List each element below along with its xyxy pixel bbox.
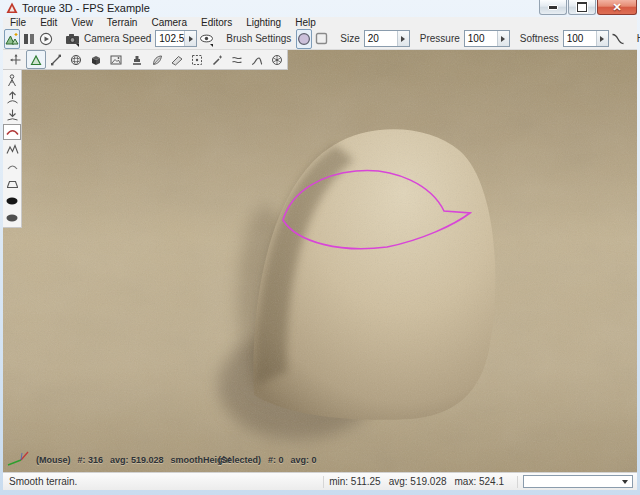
gray-ellipse-icon (5, 213, 19, 223)
play-button[interactable] (38, 29, 54, 49)
menu-camera[interactable]: Camera (144, 17, 194, 28)
camera-speed-value[interactable]: 102.5 (156, 31, 184, 46)
brush-circle-button[interactable] (296, 29, 312, 49)
ramp-icon (171, 54, 183, 66)
stamp-tool-button[interactable] (126, 50, 146, 69)
titlebar[interactable]: Torque 3D - FPS Example ✕ (0, 0, 640, 17)
menu-lighting[interactable]: Lighting (239, 17, 288, 28)
terrain-editor-button[interactable] (26, 50, 46, 69)
globe-icon (70, 54, 82, 66)
selected-count: #: 0 (268, 455, 284, 465)
stat-min: min: 511.25 (329, 476, 381, 487)
dropdown-corner-icon (210, 44, 213, 47)
menu-editors[interactable]: Editors (194, 17, 239, 28)
world-editor-button[interactable] (4, 29, 20, 49)
falloff-curve-button[interactable] (610, 29, 626, 49)
river-editor-button[interactable] (227, 50, 247, 69)
spinner-arrow-icon (401, 36, 405, 42)
play-icon (39, 32, 53, 46)
image-icon (110, 54, 122, 66)
terrain-painter-button[interactable] (46, 50, 66, 69)
size-input[interactable]: 20 (364, 30, 410, 47)
mission-area-editor-button[interactable] (187, 50, 207, 69)
lower-height-button[interactable] (3, 106, 21, 122)
raise-arrow-icon (6, 91, 19, 104)
panels-toggle-button[interactable] (22, 29, 36, 49)
forest-editor-button[interactable] (147, 50, 167, 69)
pressure-value[interactable]: 100 (465, 31, 497, 46)
axis-gizmo-icon (5, 448, 33, 468)
eye-icon (199, 33, 214, 44)
world-editor-icon (5, 32, 19, 45)
square-brush-icon (315, 32, 328, 45)
brush-square-button[interactable] (314, 29, 329, 49)
arc-icon (6, 161, 19, 171)
status-bar: Smooth terrain. min: 511.25avg: 519.028m… (3, 472, 637, 490)
grab-figure-icon (6, 74, 18, 87)
close-icon: ✕ (612, 2, 621, 12)
paint-noise-button[interactable] (3, 158, 21, 174)
menu-view[interactable]: View (64, 17, 100, 28)
pressure-input[interactable]: 100 (464, 30, 510, 47)
mesh-road-editor-button[interactable] (167, 50, 187, 69)
particle-editor-button[interactable] (207, 50, 227, 69)
minimize-button[interactable] (539, 0, 567, 15)
camera-speed-spinner[interactable] (184, 31, 196, 46)
falloff-curve-icon (611, 33, 625, 45)
bridge-icon (6, 177, 19, 189)
softness-input[interactable]: 100 (563, 30, 609, 47)
cube-icon (90, 54, 102, 66)
main-toolbar: Camera Speed 102.5 Brush Settings Size (3, 28, 637, 50)
stat-avg: avg: 519.028 (389, 476, 447, 487)
set-height-button[interactable] (3, 193, 21, 209)
road-path-editor-button[interactable] (247, 50, 267, 69)
mouse-count: #: 316 (78, 455, 104, 465)
terrain-stats: min: 511.25avg: 519.028max: 524.1 (329, 476, 512, 487)
maximize-icon (577, 2, 587, 12)
size-spinner[interactable] (397, 31, 409, 46)
menu-bar: File Edit View Terrain Camera Editors Li… (3, 17, 637, 28)
brush-settings-label: Brush Settings (226, 33, 291, 44)
pressure-spinner[interactable] (497, 31, 509, 46)
decal-editor-button[interactable] (106, 50, 126, 69)
terrain-tool-palette (3, 70, 22, 228)
mouse-avg: avg: 519.028 (110, 455, 164, 465)
softness-spinner[interactable] (596, 31, 608, 46)
pressure-label: Pressure (420, 33, 460, 44)
flatten-button[interactable] (3, 175, 21, 191)
close-button[interactable]: ✕ (597, 0, 637, 15)
smooth-button[interactable] (3, 124, 21, 140)
object-editor-button[interactable] (6, 50, 26, 69)
torque-logo-icon (6, 2, 18, 14)
stamp-icon (131, 54, 143, 66)
material-editor-button[interactable] (66, 50, 86, 69)
softness-label: Softness (520, 33, 559, 44)
softness-value[interactable]: 100 (564, 31, 596, 46)
clear-terrain-button[interactable] (3, 210, 21, 226)
mouse-label: (Mouse) (36, 455, 71, 465)
visibility-button[interactable] (198, 29, 215, 49)
black-ellipse-icon (5, 196, 19, 206)
shape-editor-button[interactable] (267, 50, 287, 69)
spinner-arrow-icon (501, 36, 505, 42)
status-dropdown[interactable] (523, 475, 633, 488)
datablock-editor-button[interactable] (86, 50, 106, 69)
window-title: Torque 3D - FPS Example (22, 2, 150, 14)
menu-edit[interactable]: Edit (33, 17, 64, 28)
grab-terrain-button[interactable] (3, 72, 21, 88)
menu-file[interactable]: File (3, 17, 33, 28)
wheel-icon (271, 54, 283, 66)
terrain-viewport[interactable] (3, 50, 637, 472)
camera-speed-input[interactable]: 102.5 (155, 30, 197, 47)
menu-help[interactable]: Help (288, 17, 323, 28)
camera-menu-button[interactable] (64, 29, 81, 49)
maximize-button[interactable] (568, 0, 596, 15)
move-axes-icon (10, 54, 22, 66)
dropdown-corner-icon (76, 44, 79, 47)
mouse-info-overlay: (Mouse)#: 316avg: 519.028smoothHeight (36, 455, 238, 465)
size-value[interactable]: 20 (365, 31, 397, 46)
marquee-icon (191, 54, 203, 66)
raise-height-button[interactable] (3, 89, 21, 105)
smooth-slope-button[interactable] (3, 141, 21, 157)
menu-terrain[interactable]: Terrain (100, 17, 145, 28)
